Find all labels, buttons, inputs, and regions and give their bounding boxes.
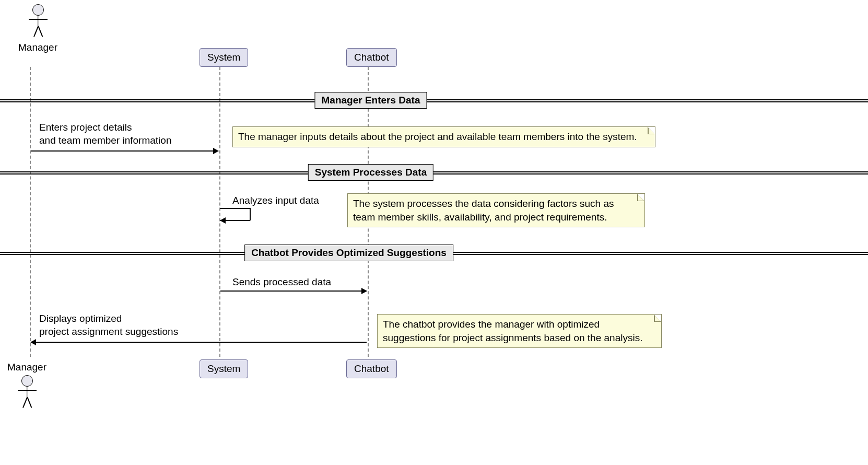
- message-label-3: Sends processed data: [232, 276, 331, 289]
- section-title-2: System Processes Data: [308, 164, 433, 181]
- note-box-2: The system processes the data considerin…: [347, 193, 645, 227]
- note-box-1: The manager inputs details about the pro…: [232, 126, 655, 147]
- note-box-3: The chatbot provides the manager with op…: [377, 314, 662, 348]
- stick-figure-icon: [17, 375, 38, 412]
- message-label-1: Enters project details and team member i…: [39, 121, 171, 147]
- participant-chatbot-label-bottom: Chatbot: [354, 363, 389, 374]
- actor-manager-label-top: Manager: [18, 42, 57, 53]
- actor-manager-bottom: Manager: [7, 361, 46, 412]
- actor-manager-label-bottom: Manager: [7, 362, 46, 373]
- participant-system-top: System: [200, 48, 248, 67]
- section-divider-3: Chatbot Provides Optimized Suggestions: [0, 252, 868, 269]
- participant-chatbot-label-top: Chatbot: [354, 52, 389, 63]
- participant-system-label-top: System: [207, 52, 240, 63]
- participant-system-label-bottom: System: [207, 363, 240, 374]
- message-label-2: Analyzes input data: [232, 194, 319, 207]
- section-title-3: Chatbot Provides Optimized Suggestions: [244, 245, 453, 261]
- message-arrow-3: [220, 290, 367, 292]
- section-title-1: Manager Enters Data: [314, 92, 427, 109]
- message-label-4: Displays optimized project assignment su…: [39, 312, 178, 338]
- stick-figure-icon: [28, 4, 49, 41]
- message-arrow-1: [31, 150, 218, 152]
- arrow-head-left-icon: [220, 217, 226, 224]
- sequence-diagram: Manager System Chatbot Manager Enters Da…: [0, 0, 868, 465]
- section-divider-2: System Processes Data: [0, 171, 868, 188]
- section-divider-1: Manager Enters Data: [0, 99, 868, 116]
- participant-chatbot-bottom: Chatbot: [346, 359, 397, 378]
- actor-manager-top: Manager: [18, 4, 57, 53]
- arrow-head-right-icon: [361, 288, 367, 294]
- arrow-head-left-icon: [30, 339, 36, 345]
- arrow-head-right-icon: [213, 148, 219, 154]
- message-arrow-4: [31, 342, 367, 343]
- participant-system-bottom: System: [200, 359, 248, 378]
- participant-chatbot-top: Chatbot: [346, 48, 397, 67]
